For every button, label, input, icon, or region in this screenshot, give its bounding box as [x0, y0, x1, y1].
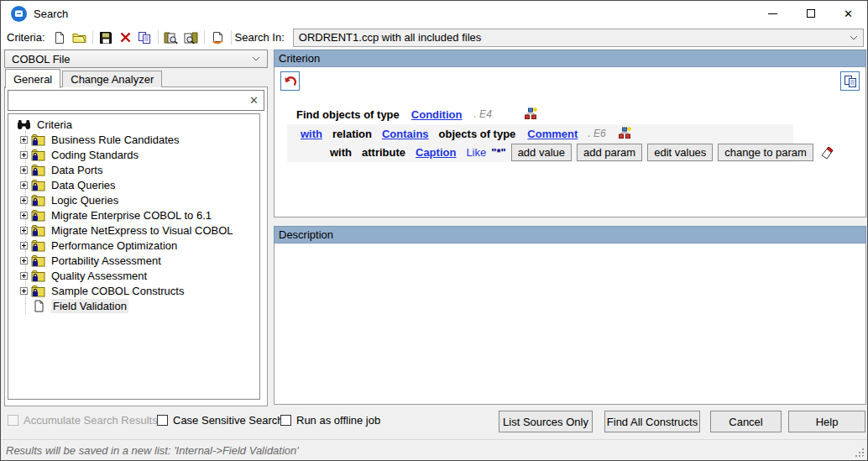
expand-icon[interactable] — [20, 272, 28, 280]
tab-change-analyzer[interactable]: Change Analyzer — [62, 71, 162, 87]
tree-folder[interactable]: Logic Queries — [8, 192, 259, 207]
chevron-down-icon — [850, 35, 858, 40]
expand-icon[interactable] — [20, 151, 28, 159]
expand-icon[interactable] — [20, 166, 28, 174]
save-criteria-search-icon[interactable] — [162, 29, 181, 46]
offline-job-checkbox[interactable]: Run as offline job — [280, 414, 380, 427]
tree-folder-label: Logic Queries — [50, 193, 120, 207]
sidebar-tabs: General Change Analyzer — [4, 69, 268, 87]
description-body[interactable] — [274, 244, 866, 405]
expand-icon[interactable] — [20, 287, 28, 295]
expand-icon[interactable] — [20, 257, 28, 265]
toolbar-separator — [158, 30, 159, 45]
tab-general[interactable]: General — [5, 69, 60, 88]
undo-button[interactable] — [280, 71, 300, 91]
tree-folder[interactable]: Data Ports — [8, 162, 259, 177]
save-criterion-icon[interactable] — [97, 29, 116, 46]
with-label: with — [330, 146, 352, 159]
eraser-icon[interactable] — [819, 144, 838, 160]
expand-icon[interactable] — [20, 181, 28, 189]
locked-folder-icon — [31, 194, 45, 207]
new-criterion-icon[interactable] — [50, 29, 70, 46]
entity-type-value: COBOL File — [12, 53, 252, 65]
load-criteria-search-icon[interactable] — [181, 29, 201, 46]
related-type-link[interactable]: Comment — [527, 128, 578, 140]
add-value-button[interactable]: add value — [511, 144, 572, 161]
copy-criterion-text-button[interactable] — [840, 71, 860, 91]
with-link[interactable]: with — [301, 128, 322, 140]
tree-folder[interactable]: Coding Standards — [8, 147, 259, 162]
open-criterion-icon[interactable] — [70, 29, 89, 46]
binoculars-icon — [17, 118, 31, 131]
cancel-button[interactable]: Cancel — [710, 411, 782, 432]
add-relationship-icon[interactable] — [618, 126, 632, 142]
tree-folder-label: Sample COBOL Constructs — [50, 284, 186, 298]
expand-icon[interactable] — [20, 196, 28, 204]
search-dialog: Search ✕ Criteria: — [0, 0, 868, 461]
tree-leaf-field-validation[interactable]: Field Validation — [8, 298, 259, 313]
criterion-row-relation: with relation Contains objects of type C… — [275, 124, 857, 143]
criteria-label: Criteria: — [7, 31, 45, 44]
tree-folder[interactable]: Portability Assessment — [8, 253, 259, 268]
submit-job-icon[interactable] — [208, 29, 227, 46]
expand-icon[interactable] — [20, 136, 28, 144]
close-button[interactable]: ✕ — [829, 1, 867, 26]
expand-icon[interactable] — [20, 242, 28, 249]
search-in-combobox[interactable]: ORDRENT1.ccp with all included files — [293, 29, 864, 47]
entity-type-combobox[interactable]: COBOL File — [4, 50, 268, 68]
copy-criterion-icon[interactable] — [135, 29, 154, 46]
help-button[interactable]: Help — [788, 411, 865, 432]
status-message: Results will be saved in a new list: 'In… — [6, 444, 299, 457]
app-icon — [11, 6, 27, 22]
edit-values-button[interactable]: edit values — [647, 144, 713, 161]
object-type-link[interactable]: Condition — [411, 108, 463, 121]
change-to-param-button[interactable]: change to param — [718, 144, 813, 161]
expand-icon[interactable] — [20, 212, 28, 219]
relation-link[interactable]: Contains — [382, 128, 429, 140]
criteria-filter-input[interactable] — [13, 94, 249, 107]
tree-folder-label: Migrate NetExpress to Visual COBOL — [50, 223, 235, 238]
checkbox-label: Run as offline job — [296, 414, 380, 427]
tree-root-criteria[interactable]: Criteria — [8, 117, 259, 132]
locked-folder-icon — [31, 164, 45, 176]
close-icon: ✕ — [844, 8, 853, 19]
attribute-value: "*" — [491, 146, 505, 159]
tree-folder-label: Data Queries — [50, 178, 118, 192]
list-sources-only-button[interactable]: List Sources Only — [499, 411, 593, 432]
resize-grip[interactable] — [855, 448, 865, 458]
tree-folder[interactable]: Migrate NetExpress to Visual COBOL — [8, 223, 259, 238]
add-param-button[interactable]: add param — [577, 144, 642, 161]
tree-folder[interactable]: Performance Optimization — [8, 238, 259, 253]
locked-folder-icon — [31, 179, 45, 191]
find-all-constructs-button[interactable]: Find All Constructs — [604, 411, 700, 432]
locked-folder-icon — [31, 209, 45, 222]
tree-folder-label: Portability Assessment — [50, 254, 163, 268]
general-tab-page: ✕ Criteria Business Rule Candidates — [4, 86, 268, 406]
criterion-row-attribute: with attribute Caption Like "*" add valu… — [275, 143, 857, 161]
expand-icon[interactable] — [20, 227, 28, 234]
chevron-down-icon — [252, 56, 260, 61]
tree-folder[interactable]: Business Rule Candidates — [8, 132, 259, 147]
add-relationship-icon[interactable] — [524, 107, 538, 123]
locked-folder-icon — [31, 254, 45, 267]
tree-folder[interactable]: Data Queries — [8, 177, 259, 192]
tree-folder[interactable]: Migrate Enterprise COBOL to 6.1 — [8, 207, 259, 223]
criteria-sidebar: COBOL File General Change Analyzer ✕ Cri… — [4, 50, 268, 406]
entity-tag: . E4 — [473, 108, 491, 120]
description-title: Description — [279, 228, 333, 241]
tree-folder[interactable]: Sample COBOL Constructs — [8, 283, 259, 298]
case-sensitive-checkbox[interactable]: Case Sensitive Search — [157, 414, 284, 427]
locked-folder-icon — [31, 239, 45, 252]
locked-folder-icon — [31, 149, 45, 161]
tree-root-label: Criteria — [35, 118, 74, 132]
tree-folder[interactable]: Quality Assessment — [8, 268, 259, 283]
clear-filter-icon[interactable]: ✕ — [249, 94, 259, 107]
delete-criterion-icon[interactable] — [116, 29, 135, 46]
locked-folder-icon — [31, 224, 45, 237]
minimize-button[interactable] — [754, 1, 792, 26]
attribute-link[interactable]: Caption — [416, 146, 456, 159]
maximize-button[interactable] — [792, 1, 829, 26]
tree-folder-label: Quality Assessment — [50, 269, 149, 283]
tree-folder-label: Performance Optimization — [50, 238, 179, 253]
checkbox-icon — [157, 415, 168, 426]
